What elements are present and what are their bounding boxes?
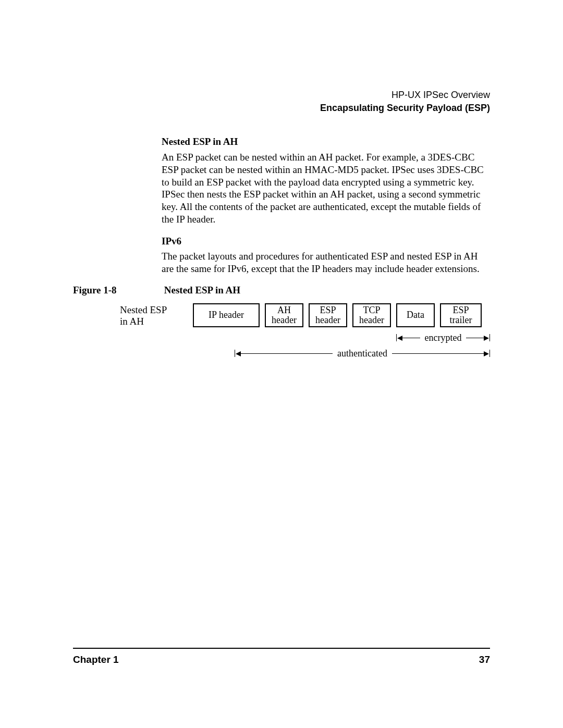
figure-caption-line: Figure 1-8 Nested ESP in AH — [73, 285, 490, 296]
figure-caption: Nested ESP in AH — [164, 285, 240, 295]
footer-chapter: Chapter 1 — [73, 654, 119, 665]
cell-ip-header: IP header — [193, 303, 260, 327]
heading-ipv6: IPv6 — [162, 235, 490, 248]
running-header: HP-UX IPSec Overview Encapsulating Secur… — [73, 89, 490, 115]
cell-esp-header: ESPheader — [309, 303, 347, 327]
cell-tcp-header: TCPheader — [352, 303, 391, 327]
section-title: Encapsulating Security Payload (ESP) — [73, 102, 490, 115]
diagram-row-label: Nested ESP in AH — [120, 303, 188, 327]
footer-page-number: 37 — [479, 654, 490, 665]
page-footer: Chapter 1 37 — [73, 648, 490, 665]
span-authenticated: authenticated — [235, 348, 490, 359]
doc-title: HP-UX IPSec Overview — [73, 89, 490, 102]
cell-esp-trailer: ESPtrailer — [440, 303, 482, 327]
cell-ah-header: AHheader — [265, 303, 303, 327]
figure-diagram: Nested ESP in AH IP header AHheader ESPh… — [120, 303, 490, 364]
heading-nested-esp-in-ah: Nested ESP in AH — [162, 135, 490, 148]
paragraph-ipv6: The packet layouts and procedures for au… — [162, 250, 490, 275]
figure-number: Figure 1-8 — [73, 285, 162, 296]
paragraph-nested: An ESP packet can be nested within an AH… — [162, 151, 490, 226]
cell-data: Data — [396, 303, 435, 327]
span-encrypted: encrypted — [396, 332, 490, 343]
